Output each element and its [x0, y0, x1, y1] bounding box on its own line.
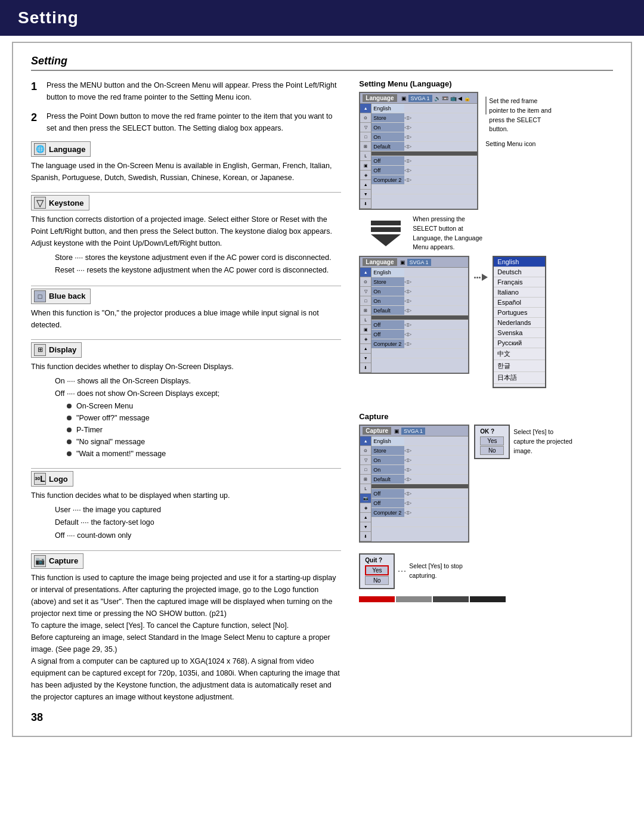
keystone-reset: Reset ···· resets the keystone adjustmen… — [55, 264, 341, 277]
second-default: Default — [371, 306, 404, 315]
capture-annotation: Select [Yes] to capture the projected im… — [513, 428, 573, 456]
capture-right-panel: OK ? Yes No Select [Yes] to capture the … — [474, 425, 573, 459]
lang-chinese: 中文 — [494, 348, 545, 360]
menu-row-4: Default ◁▷ — [371, 142, 477, 151]
second-on2: On — [371, 296, 404, 305]
side-icon-8: ◈ — [360, 171, 371, 180]
second-side-11: ⬇ — [360, 363, 371, 373]
display-off: Off ···· does not show On-Screen Display… — [55, 388, 341, 400]
header-title: Setting — [18, 8, 79, 27]
row-8-arrow: ◁▷ — [404, 177, 411, 182]
cap-row-8-arr: ◁▷ — [404, 510, 411, 515]
second-row-6: Off ◁▷ — [371, 320, 468, 330]
setting-menu-icon-text: Setting Menu icon — [485, 140, 535, 147]
row-6-arrow: ◁▷ — [404, 158, 411, 163]
down-arrow-section: When pressing the SELECT button at Langu… — [371, 215, 613, 252]
keystone-icon: ▽ — [34, 197, 46, 209]
cap-row-6: Off ◁▷ — [371, 489, 468, 498]
menu-sidebar: ▲ ⊙ ▽ □ ⊞ L ▣ ◈ ▲ ▼ — [360, 104, 371, 209]
row-7-arrow: ◁▷ — [404, 168, 411, 173]
capture-body: This function is used to capture the ima… — [31, 572, 341, 703]
setting-menu-diagram: Setting Menu (Language) Language ▣ SVGA … — [359, 79, 613, 388]
cap-store: Store — [371, 446, 404, 455]
second-side-10: ▼ — [360, 354, 371, 363]
second-side-3: ▽ — [360, 287, 371, 296]
second-row-3: On ◁▷ — [371, 296, 468, 306]
row-4-arrow: ◁▷ — [404, 144, 411, 149]
logo-user: User ···· the image you captured — [55, 504, 341, 516]
cap-row-1: Store ◁▷ — [371, 446, 468, 456]
right-arrow — [474, 274, 488, 281]
second-menu-body: ▲ ⊙ ▽ □ ⊞ L ▣ ◈ ▲ ▼ — [360, 268, 468, 373]
row-on1-label: On — [371, 123, 404, 132]
menu-row-8: Computer 2 ◁▷ — [371, 175, 477, 185]
display-header: ⊞ Display — [31, 342, 82, 358]
second-row-7: Off ◁▷ — [371, 330, 468, 339]
main-content: Setting 1 Press the MENU button and the … — [12, 42, 632, 737]
no-quit-btn[interactable]: No — [365, 576, 389, 585]
top-annotations: Set the red frame pointer to the item an… — [485, 97, 555, 147]
cap-row-1-arr: ◁▷ — [404, 448, 411, 453]
yes-quit-btn[interactable]: Yes — [365, 565, 389, 575]
bar-1 — [371, 221, 401, 225]
select-yes-capture-text: Select [Yes] to capture the projected im… — [513, 428, 572, 454]
cap-row-3-arr: ◁▷ — [404, 467, 411, 472]
second-row-2: On ◁▷ — [371, 287, 468, 296]
lang-portugues: Portugues — [494, 308, 545, 318]
row-off1-label: Off — [371, 156, 404, 165]
color-bars — [359, 596, 613, 602]
yes-capture-btn[interactable]: Yes — [480, 436, 504, 445]
divider-5 — [31, 550, 341, 551]
cap-on1: On — [371, 456, 404, 465]
menu-icon-annotation: Setting Menu icon — [485, 140, 555, 147]
lang-korean: 한글 — [494, 360, 545, 372]
second-side-4: □ — [360, 296, 371, 306]
display-section: ⊞ Display This function decides whether … — [31, 342, 341, 460]
row-comp2-label: Computer 2 — [371, 175, 404, 184]
row-on2-label: On — [371, 132, 404, 141]
divider-3 — [31, 339, 341, 340]
arrow-head — [371, 234, 401, 246]
cap-row-3: On ◁▷ — [371, 465, 468, 475]
cap-side-2: ⊙ — [360, 446, 371, 456]
bar-2 — [371, 227, 401, 232]
second-english-lbl: English — [371, 268, 404, 277]
logo-header: 30L Logo — [31, 471, 73, 487]
logo-indent: User ···· the image you captured Default… — [31, 504, 341, 542]
arrow-bars — [371, 221, 401, 232]
row-store-label: Store — [371, 113, 404, 122]
lang-svenska: Svenska — [494, 328, 545, 338]
page-number: 38 — [31, 711, 341, 724]
cap-on2: On — [371, 465, 404, 474]
language-section: 🌐 Language The language used in the On-S… — [31, 141, 341, 184]
quit-dialog: Quit ? Yes No — [359, 553, 395, 589]
display-title: Display — [49, 345, 76, 354]
row-default-label: Default — [371, 142, 404, 151]
menu-row-7: Off ◁▷ — [371, 166, 477, 175]
cap-row-6-arr: ◁▷ — [404, 491, 411, 496]
second-row-0: English — [371, 268, 468, 277]
second-menu-header: Language ▣ SVGA 1 — [360, 257, 468, 268]
menu-row-2: On ◁▷ — [371, 123, 477, 132]
second-row-1-arr: ◁▷ — [404, 279, 411, 284]
blueback-header: □ Blue back — [31, 289, 91, 304]
lang-japanese: 日本語 — [494, 372, 545, 384]
bullet-poweroff: "Power off?" message — [67, 412, 341, 424]
no-capture-btn[interactable]: No — [480, 446, 504, 455]
row-english-label: English — [371, 104, 404, 113]
keystone-section: ▽ Keystone This function corrects distor… — [31, 195, 341, 277]
red-frame-text: Set the red frame pointer to the item an… — [489, 97, 551, 132]
ok-dialog-row: OK ? Yes No Select [Yes] to capture the … — [474, 425, 573, 459]
second-menu-box: Language ▣ SVGA 1 ▲ ⊙ ▽ □ ⊞ — [359, 256, 469, 374]
second-row-2-arr: ◁▷ — [404, 289, 411, 294]
cap-side-8: ◈ — [360, 503, 371, 513]
step-1: 1 Press the MENU button and the On-Scree… — [31, 79, 341, 103]
second-row-7-arr: ◁▷ — [404, 332, 411, 337]
blueback-section: □ Blue back When this function is "On," … — [31, 289, 341, 331]
lang-nederlands: Nederlands — [494, 318, 545, 328]
second-row-5 — [371, 315, 468, 320]
top-menu-box: Language ▣ SVGA 1 🔊 📼 📺 ◀ 🔒 ▲ ⊙ ▽ — [359, 92, 478, 210]
capture-title: Capture — [49, 556, 78, 565]
quit-dialog-row: Quit ? Yes No — [359, 553, 475, 589]
ok-dialog-title: OK ? — [480, 428, 504, 435]
